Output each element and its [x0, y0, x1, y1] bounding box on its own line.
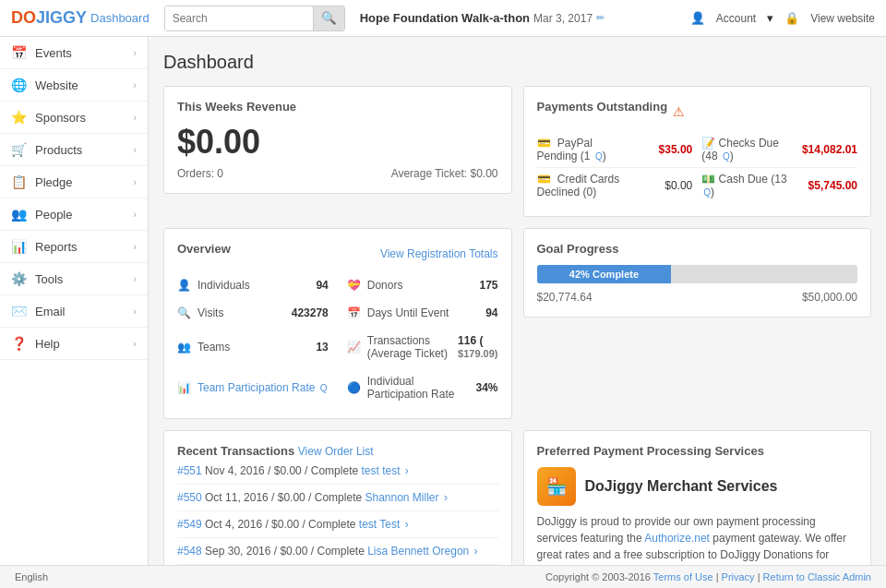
- tools-icon: ⚙️: [11, 271, 28, 286]
- payment-row-1: 💳 PayPal Pending (1 Q) $35.00 📝 Checks D…: [537, 132, 858, 168]
- stat-visits: 🔍 Visits 423278: [177, 302, 329, 324]
- sidebar-arrow-reports: ›: [133, 241, 137, 252]
- transactions-list: #551 Nov 4, 2016 / $0.00 / Complete test…: [177, 458, 498, 565]
- payments-title-row: Payments Outstanding ⚠: [537, 100, 858, 123]
- merchant-description: DoJiggy is proud to provide our own paym…: [537, 513, 858, 565]
- sidebar-item-people[interactable]: 👥People›: [0, 198, 148, 231]
- view-order-link[interactable]: View Order List: [298, 445, 374, 458]
- payment-label-cash: 💵 Cash Due (13 Q): [692, 173, 793, 198]
- visits-icon: 🔍: [177, 306, 192, 319]
- sidebar-arrow-products: ›: [133, 144, 137, 155]
- payments-card: Payments Outstanding ⚠ 💳 PayPal Pending …: [523, 86, 872, 217]
- logo-jiggy: JIGGY: [36, 8, 87, 28]
- account-button[interactable]: Account: [716, 12, 756, 25]
- transaction-item: #548 Sep 30, 2016 / $0.00 / Complete Lis…: [177, 538, 498, 565]
- goal-target: $50,000.00: [802, 291, 857, 304]
- classic-link[interactable]: Return to Classic Admin: [763, 571, 871, 582]
- sidebar-item-website[interactable]: 🌐Website›: [0, 69, 148, 102]
- teams-icon: 👥: [177, 341, 192, 354]
- footer-right: Copyright © 2003-2016 Terms of Use | Pri…: [545, 571, 871, 582]
- search-button[interactable]: 🔍: [313, 6, 344, 30]
- payment-label-1: 💳 PayPal Pending (1 Q): [537, 137, 629, 162]
- col-left-mid: Overview View Registration Totals 👤 Indi…: [163, 228, 512, 430]
- sidebar-item-help[interactable]: ❓Help›: [0, 328, 148, 360]
- revenue-amount: $0.00: [177, 123, 498, 162]
- top-row: This Weeks Revenue $0.00 Orders: 0 Avera…: [163, 86, 871, 228]
- view-website-link[interactable]: View website: [810, 12, 875, 25]
- trans-name-link[interactable]: Shannon Miller: [365, 491, 438, 504]
- terms-link[interactable]: Terms of Use: [653, 571, 713, 582]
- reports-icon: 📊: [11, 239, 28, 254]
- merchant-card-title: Preferred Payment Processing Services: [537, 444, 858, 458]
- authorize-link[interactable]: Authorize.net: [644, 532, 710, 545]
- trans-id-link[interactable]: #551: [177, 464, 202, 477]
- trans-id-link[interactable]: #549: [177, 518, 202, 531]
- sidebar-item-sponsors[interactable]: ⭐Sponsors›: [0, 102, 148, 134]
- trans-name-link[interactable]: Lisa Bennett Oregon: [367, 545, 469, 558]
- stat-donors: 💝 Donors 175: [347, 274, 498, 296]
- stat-teams: 👥 Teams 13: [177, 330, 329, 365]
- trans-id-link[interactable]: #548: [177, 545, 202, 558]
- logo-dashboard: Dashboard: [90, 11, 150, 25]
- sidebar-item-tools[interactable]: ⚙️Tools›: [0, 263, 148, 295]
- transaction-item: #550 Oct 11, 2016 / $0.00 / Complete Sha…: [177, 485, 498, 511]
- search-input[interactable]: [165, 6, 313, 30]
- merchant-header: 🏪 DoJiggy Merchant Services: [537, 467, 858, 506]
- view-registration-link[interactable]: View Registration Totals: [380, 247, 498, 260]
- sidebar-label-reports: Reports: [35, 240, 78, 254]
- cc-icon: 💳: [537, 173, 551, 186]
- sidebar-item-reports[interactable]: 📊Reports›: [0, 231, 148, 263]
- payment-amount-cash: $5,745.00: [793, 179, 857, 192]
- payment-label-cc: 💳 Credit Cards Declined (0): [537, 173, 629, 198]
- content-area: Dashboard This Weeks Revenue $0.00 Order…: [149, 37, 886, 565]
- event-title: Hope Foundation Walk-a-thon: [360, 11, 530, 25]
- transactions-title: Recent Transactions: [177, 444, 294, 458]
- sidebar-arrow-email: ›: [133, 306, 137, 317]
- trans-name-link[interactable]: test Test: [359, 518, 400, 531]
- overview-header: Overview View Registration Totals: [177, 242, 498, 265]
- cash-q-link[interactable]: Q: [703, 187, 711, 198]
- bottom-row: Recent Transactions View Order List #551…: [163, 430, 871, 565]
- check-icon: 📝: [701, 137, 715, 150]
- sidebar-label-help: Help: [35, 337, 60, 351]
- warning-icon: ⚠: [673, 104, 685, 119]
- lock-icon: 🔒: [784, 11, 799, 25]
- language-selector[interactable]: English: [15, 571, 48, 582]
- revenue-title: This Weeks Revenue: [177, 100, 498, 114]
- revenue-card: This Weeks Revenue $0.00 Orders: 0 Avera…: [163, 86, 512, 194]
- col-right-bot: Preferred Payment Processing Services 🏪 …: [523, 430, 872, 565]
- sidebar-item-pledge[interactable]: 📋Pledge›: [0, 166, 148, 198]
- days-icon: 📅: [347, 306, 362, 319]
- sidebar-item-products[interactable]: 🛒Products›: [0, 134, 148, 166]
- sidebar-label-sponsors: Sponsors: [35, 111, 86, 125]
- stat-team-part: 📊 Team Participation Rate Q: [177, 370, 329, 405]
- transactions-card: Recent Transactions View Order List #551…: [163, 430, 512, 565]
- sidebar-item-email[interactable]: ✉️Email›: [0, 295, 148, 328]
- search-box: 🔍: [164, 6, 345, 31]
- trans-id-link[interactable]: #550: [177, 491, 202, 504]
- edit-icon[interactable]: ✏: [596, 12, 605, 24]
- top-nav-right: 👤 Account ▾ 🔒 View website: [690, 11, 875, 25]
- payment-label-checks: 📝 Checks Due (48 Q): [692, 137, 793, 162]
- team-participation-link[interactable]: Team Participation Rate: [198, 381, 315, 394]
- sidebar-arrow-help: ›: [133, 338, 137, 349]
- team-part-icon: 📊: [177, 381, 192, 394]
- payment-amount-paypal: $35.00: [628, 143, 692, 156]
- sidebar-arrow-pledge: ›: [133, 176, 137, 187]
- stat-days: 📅 Days Until Event 94: [347, 302, 498, 324]
- account-icon: 👤: [690, 11, 705, 25]
- paypal-q-link[interactable]: Q: [595, 151, 603, 162]
- dropdown-icon: ▾: [767, 11, 773, 25]
- cash-icon: 💵: [701, 173, 715, 186]
- merchant-card: Preferred Payment Processing Services 🏪 …: [523, 430, 872, 565]
- trans-name-link[interactable]: test test: [361, 464, 400, 477]
- transaction-item: #551 Nov 4, 2016 / $0.00 / Complete test…: [177, 458, 498, 485]
- privacy-link[interactable]: Privacy: [722, 571, 755, 582]
- payment-amount-cc: $0.00: [628, 179, 692, 192]
- checks-q-link[interactable]: Q: [723, 151, 730, 162]
- sidebar-item-events[interactable]: 📅Events›: [0, 37, 148, 69]
- stat-indiv-part: 🔵 Individual Participation Rate 34%: [347, 370, 498, 405]
- sidebar-label-tools: Tools: [35, 272, 63, 286]
- sidebar-arrow-tools: ›: [133, 273, 137, 284]
- progress-bar-fill: 42% Complete: [537, 265, 672, 283]
